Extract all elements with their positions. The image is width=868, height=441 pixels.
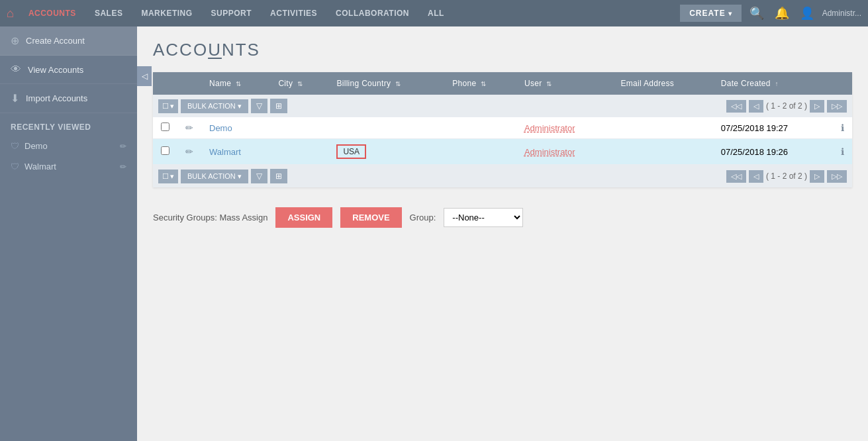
checkbox-select-button[interactable]: ☐ ▾ [158,99,178,113]
row2-user[interactable]: Administrator [516,139,613,165]
checkbox-dropdown-arrow-bottom: ▾ [170,172,174,181]
page-prev-top[interactable]: ◁ [749,100,763,113]
row2-user-link[interactable]: Administrator [524,147,575,157]
nav-support[interactable]: SUPPORT [202,0,262,26]
sidebar-item-import-label: Import Accounts [26,93,87,103]
page-next-next-top[interactable]: ▷▷ [827,100,847,113]
page-next-top[interactable]: ▷ [810,100,824,113]
sidebar-item-create-account[interactable]: ⊕ Create Account [0,26,137,56]
row2-info[interactable]: ℹ [833,139,852,165]
row1-user[interactable]: Administrator [516,117,613,139]
demo-shield-icon: 🛡 [11,141,19,151]
page-next-next-bottom[interactable]: ▷▷ [827,170,847,183]
row1-edit-icon[interactable]: ✏ [185,122,193,133]
toolbar-group-top: ☐ ▾ BULK ACTION ▾ ▽ ⊞ ◁◁ ◁ ( 1 - [158,99,847,113]
col-name[interactable]: Name ⇅ [201,72,270,95]
page-prev-prev-top[interactable]: ◁◁ [726,100,746,113]
nav-items: SALES MARKETING SUPPORT ACTIVITIES COLLA… [85,0,680,26]
col-city[interactable]: City ⇅ [270,72,328,95]
pagination-bottom: ◁◁ ◁ ( 1 - 2 of 2 ) ▷ ▷▷ [726,170,847,183]
nav-all[interactable]: ALL [418,0,454,26]
row2-edit-icon[interactable]: ✏ [185,146,193,157]
nav-sales[interactable]: SALES [85,0,132,26]
create-dropdown-arrow: ▾ [728,10,732,17]
col-email[interactable]: Email Address [612,72,712,95]
page-title: ACCOUNTS [153,40,852,60]
col-billing-country[interactable]: Billing Country ⇅ [328,72,444,95]
row1-edit[interactable]: ✏ [177,117,201,139]
toolbar-group-bottom: ☐ ▾ BULK ACTION ▾ ▽ ⊞ ◁◁ ◁ ( 1 - [158,169,847,183]
row1-user-link[interactable]: Administrator [524,123,575,133]
filter-button-top[interactable]: ▽ [251,99,267,113]
nav-accounts[interactable]: ACCOUNTS [19,0,85,26]
row1-billing-country [328,117,444,139]
page-prev-bottom[interactable]: ◁ [749,170,763,183]
col-edit [177,72,201,95]
name-sort-icon: ⇅ [236,80,241,87]
row2-edit[interactable]: ✏ [177,139,201,165]
row1-city [270,117,328,139]
walmart-shield-icon: 🛡 [11,162,19,172]
columns-button-bottom[interactable]: ⊞ [270,169,287,183]
row1-name-link[interactable]: Demo [209,123,232,133]
nav-collaboration[interactable]: COLLABORATION [326,0,418,26]
recently-viewed-demo[interactable]: 🛡 Demo ✏ [0,136,137,156]
table-toolbar-bottom: ☐ ▾ BULK ACTION ▾ ▽ ⊞ ◁◁ ◁ ( 1 - [153,165,852,188]
row1-info-icon[interactable]: ℹ [841,122,844,133]
sidebar-item-import-accounts[interactable]: ⬇ Import Accounts [0,84,137,113]
row2-checkbox-input[interactable] [161,146,169,155]
row1-name[interactable]: Demo [201,117,270,139]
row1-phone [444,117,516,139]
nav-marketing[interactable]: MARKETING [132,0,201,26]
col-date-created[interactable]: Date Created ↑ [713,72,833,95]
checkbox-dropdown-arrow: ▾ [170,102,174,111]
table-toolbar-top: ☐ ▾ BULK ACTION ▾ ▽ ⊞ ◁◁ ◁ ( 1 - [153,95,852,117]
row2-city [270,139,328,165]
demo-edit-icon[interactable]: ✏ [120,142,126,151]
row1-checkbox-input[interactable] [161,122,169,131]
col-phone[interactable]: Phone ⇅ [444,72,516,95]
sidebar-item-view-accounts[interactable]: 👁 View Accounts [0,56,137,84]
row2-date: 07/25/2018 19:26 [713,139,833,165]
columns-button-top[interactable]: ⊞ [270,99,287,113]
admin-label: Administr... [822,9,861,18]
search-icon[interactable]: 🔍 [747,6,767,21]
date-sort-icon: ↑ [775,80,778,87]
row2-name[interactable]: Walmart [201,139,270,165]
table-header-row: Name ⇅ City ⇅ Billing Country ⇅ Phone ⇅ [153,72,852,95]
import-accounts-icon: ⬇ [11,92,19,105]
row2-name-link[interactable]: Walmart [209,147,241,157]
home-icon[interactable]: ⌂ [7,7,14,21]
billing-country-sort-icon: ⇅ [395,80,401,87]
group-select[interactable]: --None-- [444,208,523,227]
user-icon[interactable]: 👤 [797,6,817,21]
usa-badge: USA [336,144,366,159]
row1-info[interactable]: ℹ [833,117,852,139]
row2-billing-country: USA [328,139,444,165]
walmart-edit-icon[interactable]: ✏ [120,162,126,172]
notification-icon[interactable]: 🔔 [772,6,792,21]
bulk-action-button-bottom[interactable]: BULK ACTION ▾ [181,170,248,183]
col-user[interactable]: User ⇅ [516,72,613,95]
row2-checkbox[interactable] [153,139,177,165]
checkbox-select-button-bottom[interactable]: ☐ ▾ [158,170,178,183]
row1-date: 07/25/2018 19:27 [713,117,833,139]
table-body: ✏ Demo Administrator 07/25/2018 19:27 ℹ … [153,117,852,187]
phone-sort-icon: ⇅ [481,80,486,87]
create-button[interactable]: CREATE ▾ [680,5,741,22]
remove-button[interactable]: REMOVE [340,207,401,228]
security-groups-label: Security Groups: Mass Assign [153,213,267,222]
row1-email [612,117,712,139]
page-prev-prev-bottom[interactable]: ◁◁ [726,170,746,183]
sidebar-collapse-button[interactable]: ◁ [137,66,152,86]
filter-button-bottom[interactable]: ▽ [251,169,267,183]
table-row: ✏ Demo Administrator 07/25/2018 19:27 ℹ [153,117,852,139]
row2-info-icon[interactable]: ℹ [841,146,844,157]
nav-activities[interactable]: ACTIVITIES [261,0,326,26]
checkbox-icon-bottom: ☐ [162,172,169,181]
row1-checkbox[interactable] [153,117,177,139]
page-next-bottom[interactable]: ▷ [810,170,824,183]
recently-viewed-walmart[interactable]: 🛡 Walmart ✏ [0,156,137,177]
assign-button[interactable]: ASSIGN [275,207,332,228]
bulk-action-button-top[interactable]: BULK ACTION ▾ [181,99,248,113]
